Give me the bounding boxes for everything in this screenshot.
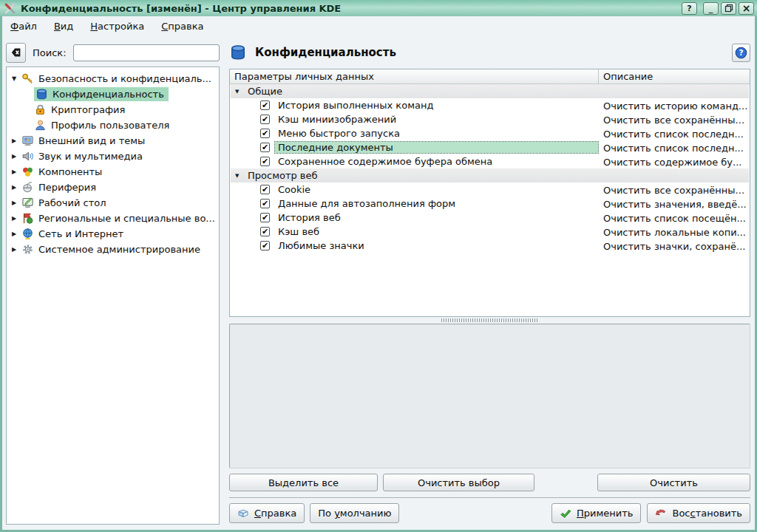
module-header: Конфиденциальность ? — [229, 41, 750, 64]
maximize-icon — [724, 4, 733, 13]
flag-icon — [21, 212, 34, 225]
list-item-web-cache[interactable]: ✔ Кэш веб Очистить локальные копи... — [230, 225, 750, 239]
list-item-favicons[interactable]: ✔ Любимые значки Очистить значки, сохран… — [230, 239, 750, 253]
select-all-button[interactable]: Выделить все — [229, 474, 378, 491]
desktop-icon — [21, 197, 34, 209]
group-row-web-browsing[interactable]: ▼ Просмотр веб — [231, 168, 749, 183]
checkbox[interactable]: ✔ — [260, 227, 270, 236]
clear-selection-button[interactable]: Очистить выбор — [383, 474, 534, 491]
menu-view[interactable]: Вид — [54, 21, 73, 32]
lock-icon — [34, 103, 47, 116]
list-item-quickstart-menu[interactable]: ✔ Меню быстрого запуска Очистить список … — [230, 126, 750, 140]
collapse-arrow-icon[interactable]: ▶ — [12, 231, 21, 237]
window-title: Конфиденциальность [изменён] - Центр упр… — [21, 3, 677, 14]
window-help-button[interactable]: ? — [682, 2, 697, 15]
mouse-icon — [21, 181, 34, 194]
apply-check-icon — [560, 508, 571, 519]
column-header-settings[interactable]: Параметры личных данных — [230, 69, 599, 83]
privacy-database-icon — [229, 44, 247, 61]
search-input[interactable] — [73, 44, 220, 61]
sidebar-item-crypto[interactable]: Криптография — [7, 102, 219, 117]
splitter-handle[interactable] — [441, 318, 539, 322]
list-item-form-completion[interactable]: ✔ Данные для автозаполнения форм Очистит… — [230, 197, 750, 211]
sound-icon — [21, 150, 34, 163]
expand-arrow-icon[interactable]: ▼ — [235, 173, 243, 179]
checkbox[interactable]: ✔ — [260, 143, 270, 152]
list-item-cookies[interactable]: ✔ Cookie Очистить все сохранённы... — [230, 183, 750, 197]
category-tree: ▼ Безопасность и конфиденциаль... Конфид… — [6, 66, 220, 525]
window-minimize-button[interactable]: _ — [703, 2, 719, 15]
sidebar-item-security[interactable]: ▼ Безопасность и конфиденциаль... — [7, 71, 219, 86]
dialog-buttons: Справка По умолчанию Применить Восстанов… — [229, 503, 750, 523]
checkbox[interactable]: ✔ — [260, 157, 270, 166]
titlebar[interactable]: Конфиденциальность [изменён] - Центр упр… — [0, 0, 757, 16]
help-book-icon — [237, 508, 249, 519]
list-item-web-history[interactable]: ✔ История веб Очистить список посещён... — [230, 211, 750, 225]
defaults-button[interactable]: По умолчанию — [310, 503, 399, 523]
checkbox[interactable]: ✔ — [260, 185, 270, 194]
sidebar-item-peripherals[interactable]: ▶ Периферия — [7, 180, 219, 195]
group-row-general[interactable]: ▼ Общие — [231, 84, 749, 98]
collapse-arrow-icon[interactable]: ▶ — [12, 246, 21, 253]
collapse-arrow-icon[interactable]: ▶ — [12, 200, 21, 206]
search-label: Поиск: — [33, 47, 67, 58]
list-action-buttons: Выделить все Очистить выбор Очистить — [229, 474, 750, 491]
privacy-database-icon — [35, 88, 48, 100]
components-icon — [21, 166, 34, 178]
menu-help[interactable]: Справка — [161, 21, 203, 32]
sidebar-item-appearance[interactable]: ▶ Внешний вид и темы — [7, 133, 219, 149]
module-help-button[interactable]: ? — [732, 44, 750, 62]
key-icon — [21, 72, 34, 85]
column-header-description[interactable]: Описание — [599, 69, 750, 83]
checkbox[interactable]: ✔ — [260, 213, 270, 222]
apply-button[interactable]: Применить — [551, 503, 641, 523]
collapse-arrow-icon[interactable]: ▶ — [12, 153, 21, 160]
sidebar-item-desktop[interactable]: ▶ Рабочий стол — [7, 195, 219, 211]
list-item-thumbnail-cache[interactable]: ✔ Кэш миниизображений Очистить все сохра… — [230, 112, 750, 126]
details-panel — [229, 324, 750, 468]
kcontrol-app-icon — [4, 2, 16, 15]
expand-arrow-icon[interactable]: ▼ — [235, 89, 243, 95]
window-close-button[interactable]: × — [739, 2, 754, 15]
sidebar-item-privacy[interactable]: Конфиденциальность — [7, 86, 219, 102]
checkbox[interactable]: ✔ — [260, 100, 270, 110]
collapse-arrow-icon[interactable]: ▶ — [12, 215, 21, 222]
window-buttons: ? _ × — [682, 2, 754, 15]
help-button[interactable]: Справка — [229, 503, 305, 523]
sidebar-item-components[interactable]: ▶ Компоненты — [7, 164, 219, 180]
main-panel: Конфиденциальность ? Параметры личных да… — [229, 41, 750, 530]
checkbox[interactable]: ✔ — [260, 241, 270, 250]
checkbox[interactable]: ✔ — [260, 129, 270, 138]
sidebar-item-user-profile[interactable]: Профиль пользователя — [7, 117, 219, 133]
expand-arrow-icon[interactable]: ▼ — [12, 75, 21, 82]
splitter — [229, 317, 750, 324]
clear-search-icon — [10, 47, 22, 58]
collapse-arrow-icon[interactable]: ▶ — [12, 184, 21, 191]
question-circle-icon: ? — [735, 47, 747, 59]
checkbox[interactable]: ✔ — [260, 199, 270, 208]
list-item-command-history[interactable]: ✔ История выполненных команд Очистить ис… — [230, 98, 750, 112]
sidebar-item-sound[interactable]: ▶ Звук и мультимедиа — [7, 149, 219, 164]
user-icon — [34, 119, 47, 132]
checkbox[interactable]: ✔ — [260, 115, 270, 124]
kde-control-center-window: Конфиденциальность [изменён] - Центр упр… — [0, 0, 757, 532]
sidebar-item-regional[interactable]: ▶ Региональные и специальные во... — [7, 211, 219, 226]
collapse-arrow-icon[interactable]: ▶ — [12, 168, 21, 175]
collapse-arrow-icon[interactable]: ▶ — [12, 137, 21, 144]
sidebar: Поиск: ▼ Безопасность и конфиденциаль...… — [6, 41, 220, 530]
sidebar-item-network[interactable]: ▶ Сеть и Интернет — [7, 226, 219, 242]
clean-button[interactable]: Очистить — [597, 474, 750, 491]
sidebar-item-sysadmin[interactable]: ▶ Системное администрирование — [7, 242, 219, 257]
search-row: Поиск: — [6, 42, 220, 63]
globe-icon — [21, 228, 34, 240]
list-item-recent-documents[interactable]: ✔ Последние документы Очистить список по… — [230, 140, 750, 154]
menu-file[interactable]: Файл — [10, 21, 37, 32]
list-item-clipboard-contents[interactable]: ✔ Сохраненное содержимое буфера обмена О… — [230, 154, 750, 168]
window-maximize-button[interactable] — [721, 2, 736, 15]
menu-settings[interactable]: Настройка — [90, 21, 144, 32]
footer-separator — [229, 497, 750, 498]
content-area: Поиск: ▼ Безопасность и конфиденциаль...… — [2, 35, 755, 530]
clear-search-button[interactable] — [6, 43, 26, 63]
svg-text:?: ? — [739, 48, 743, 58]
restore-button[interactable]: Восстановить — [647, 503, 750, 523]
